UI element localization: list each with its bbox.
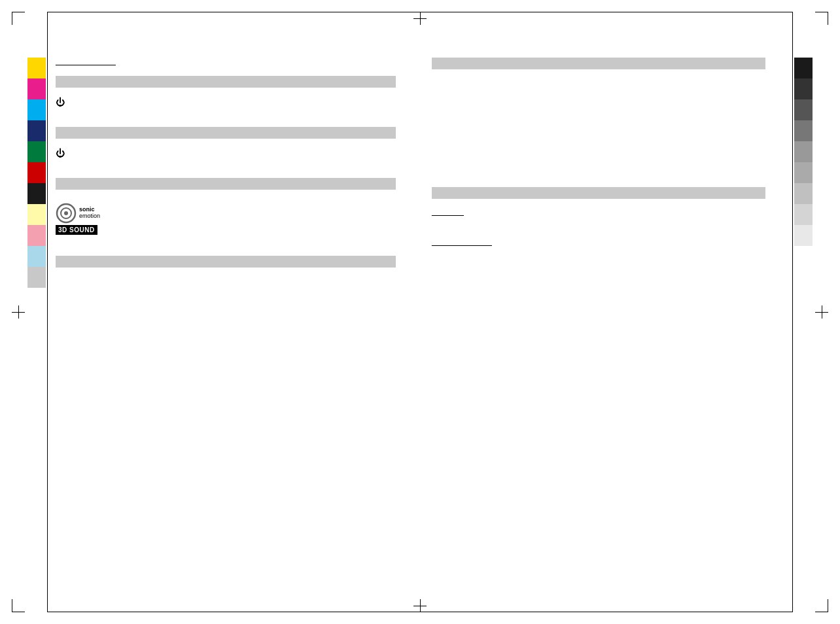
sonic-badge: 3D SOUND [56, 225, 97, 235]
swatch-cyan [27, 99, 46, 120]
crosshair-right [815, 305, 828, 319]
left-section-4 [56, 256, 396, 292]
corner-mark-tl [12, 12, 25, 25]
left-section-3: sonic emotion 3D SOUND [56, 178, 396, 243]
sonic-logo-inner: sonic emotion [56, 203, 100, 224]
gray-swatch-light1 [794, 183, 813, 204]
gray-swatch-dark1 [794, 78, 813, 99]
gray-swatch-dark2 [794, 99, 813, 120]
swatch-yellow [27, 58, 46, 78]
border-line-bottom [47, 612, 793, 612]
right-section-content-1 [432, 75, 765, 82]
sonic-text-block: sonic emotion [79, 207, 100, 220]
swatch-dark-blue [27, 120, 46, 141]
border-line-right [792, 12, 793, 612]
left-section-1: ⏻ [56, 76, 396, 114]
emotion-name-label: emotion [79, 213, 100, 220]
power-icon-1: ⏻ [56, 97, 65, 107]
swatch-light-yellow [27, 204, 46, 225]
swatch-magenta [27, 78, 46, 99]
crosshair-bottom [413, 599, 427, 612]
left-column: _______________ ⏻ ⏻ [56, 58, 396, 305]
left-section-2: ⏻ [56, 127, 396, 165]
corner-mark-tr [815, 12, 828, 25]
crosshair-left [12, 305, 25, 319]
right-section-1 [432, 58, 765, 82]
section-bar-2 [56, 127, 396, 139]
right-section-content-2: ________ _______________ [432, 204, 765, 254]
gray-swatch-light3 [794, 225, 813, 246]
right-underline-2: _______________ [432, 238, 765, 246]
section-content-2: ⏻ [56, 144, 396, 165]
right-section-bar-1 [432, 58, 765, 69]
gray-swatch-mid2 [794, 141, 813, 162]
gray-swatch-light2 [794, 204, 813, 225]
right-section-2: ________ _______________ [432, 187, 765, 254]
color-swatches [27, 58, 46, 288]
border-line-top [47, 12, 793, 12]
sonic-emotion-logo: sonic emotion 3D SOUND [56, 203, 396, 235]
swatch-pink [27, 225, 46, 246]
section-row-2a: ⏻ [56, 148, 396, 158]
svg-point-2 [64, 211, 68, 215]
corner-mark-br [815, 599, 828, 612]
section-content-3: sonic emotion 3D SOUND [56, 195, 396, 243]
gray-swatch-mid3 [794, 162, 813, 183]
section-row-1a: ⏻ [56, 97, 396, 107]
crosshair-top [413, 12, 427, 25]
gray-swatch-mid1 [794, 120, 813, 141]
section-content-1: ⏻ [56, 93, 396, 114]
top-underline-text: _______________ [56, 58, 116, 65]
border-line-left [47, 12, 48, 612]
power-icon-2: ⏻ [56, 148, 65, 158]
section-bar-3 [56, 178, 396, 190]
right-column: ________ _______________ [432, 58, 765, 269]
corner-mark-bl [12, 599, 25, 612]
swatch-light-blue [27, 246, 46, 267]
right-underline-1: ________ [432, 208, 765, 216]
section-content-4 [56, 273, 396, 292]
swatch-green [27, 141, 46, 162]
sonic-circle-icon [56, 203, 77, 224]
section-bar-4 [56, 256, 396, 268]
gray-swatch-black [794, 58, 813, 78]
swatch-red [27, 162, 46, 183]
section-bar-1 [56, 76, 396, 88]
swatch-light-gray [27, 267, 46, 288]
swatch-black [27, 183, 46, 204]
right-section-bar-2 [432, 187, 765, 199]
gray-swatches [794, 58, 813, 246]
